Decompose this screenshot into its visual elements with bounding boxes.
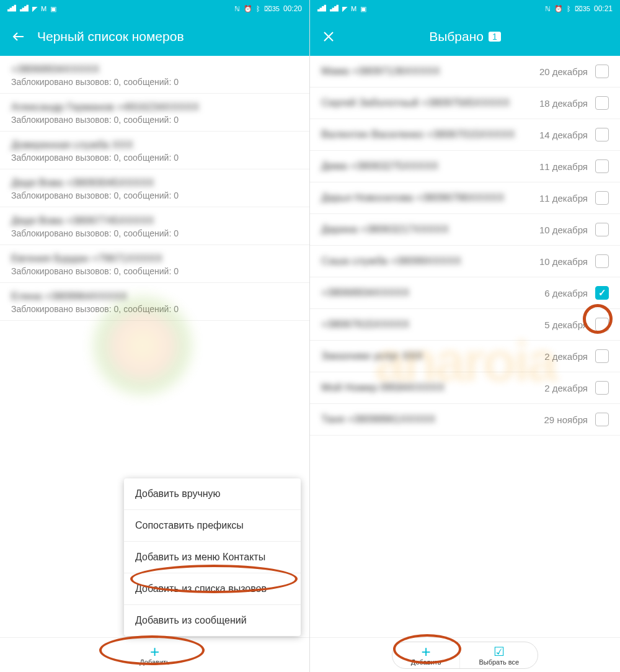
bluetooth-icon: ᛒ: [567, 5, 571, 12]
popup-item[interactable]: Сопоставить префиксы: [124, 510, 301, 542]
page-title: Выбрано: [429, 29, 484, 44]
close-icon[interactable]: [321, 29, 336, 44]
call-date: 2 декабря: [544, 383, 588, 393]
list-item[interactable]: Дарина +38063217XXXXX 10 декабря: [310, 214, 620, 246]
contact-name: Таня +38098961XXXXX: [321, 413, 544, 426]
contact-name: +38068934XXXXX: [11, 63, 298, 76]
blocked-info: Заблокировано вызовов: 0, сообщений: 0: [11, 266, 298, 276]
blocked-info: Заблокировано вызовов: 0, сообщений: 0: [11, 190, 298, 200]
blocked-info: Заблокировано вызовов: 0, сообщений: 0: [11, 228, 298, 238]
list-item[interactable]: Александр Германов +4916234XXXXX Заблоки…: [0, 94, 309, 132]
checkbox[interactable]: [595, 191, 609, 205]
list-item[interactable]: +38067615XXXXX 5 декабря: [310, 309, 620, 341]
checkbox[interactable]: [595, 286, 609, 300]
list-item[interactable]: Дядя Вова +38093045XXXXX Заблокировано в…: [0, 169, 309, 207]
add-label: Добавить: [411, 658, 441, 666]
checkbox[interactable]: [595, 223, 609, 236]
list-item[interactable]: Евгения Бурдан +79671XXXXX Заблокировано…: [0, 245, 309, 283]
sim-icon: ▣: [50, 5, 56, 13]
bottom-bar: + Добавить ☑ Выбрать все: [310, 637, 620, 672]
header: Выбрано 1: [310, 17, 620, 56]
bluetooth-icon: ᛒ: [256, 5, 260, 12]
battery-icon: ⌧35: [575, 5, 590, 13]
contact-name: Дима +38063275XXXXX: [321, 160, 539, 172]
mail-icon: M: [351, 5, 356, 12]
list-item[interactable]: Дядя Вова +38067745XXXXX Заблокировано в…: [0, 207, 309, 245]
blocked-info: Заблокировано вызовов: 0, сообщений: 0: [11, 115, 298, 125]
contact-name: Александр Германов +4916234XXXXX: [11, 101, 298, 114]
signal-icon: [7, 4, 16, 14]
alarm-icon: ⏰: [244, 5, 252, 13]
right-screenshot: anaroia ◤ M ▣ ℕ ⏰ ᛒ ⌧35 00:21 Выбрано: [310, 0, 620, 672]
alarm-icon: ⏰: [554, 5, 563, 13]
call-date: 11 декабря: [539, 193, 588, 204]
blocked-info: Заблокировано вызовов: 0, сообщений: 0: [11, 304, 298, 314]
sim-icon: ▣: [360, 5, 366, 13]
contact-name: Дарья Новоселова +38096796XXXXX: [321, 192, 539, 204]
list-item[interactable]: Елена +3809964XXXXX Заблокировано вызово…: [0, 283, 309, 321]
list-item[interactable]: Саша служба +38099XXXXX 10 декабря: [310, 246, 620, 277]
bottom-bar: + Добавить: [0, 637, 309, 672]
call-date: 11 декабря: [539, 161, 588, 172]
signal-icon: [20, 4, 29, 14]
list-item[interactable]: +38068934XXXXX 6 декабря: [310, 277, 620, 309]
list-item[interactable]: +38068934XXXXX Заблокировано вызовов: 0,…: [0, 56, 309, 94]
popup-item[interactable]: Добавить вручную: [124, 478, 301, 510]
blocked-info: Заблокировано вызовов: 0, сообщений: 0: [11, 153, 298, 163]
list-item[interactable]: Сергей Заболотный +38097565XXXXX 18 дека…: [310, 87, 620, 119]
list-item[interactable]: Таня +38098961XXXXX 29 ноября: [310, 404, 620, 436]
list-item[interactable]: Валентин Василенко +38067015XXXXX 14 дек…: [310, 119, 620, 151]
select-all-button[interactable]: ☑ Выбрать все: [460, 642, 538, 668]
plus-icon: +: [422, 645, 431, 658]
checkbox[interactable]: [595, 381, 609, 395]
clock: 00:20: [283, 4, 302, 13]
list-item[interactable]: Мама +38097136XXXXX 20 декабря: [310, 56, 620, 87]
contact-name: Евгения Бурдан +79671XXXXX: [11, 253, 298, 265]
list-item[interactable]: Мой Номер 09584XXXXX 2 декабря: [310, 372, 620, 404]
back-arrow-icon[interactable]: [11, 29, 26, 44]
popup-item[interactable]: Добавить из списка вызовов: [124, 573, 301, 605]
add-label: Добавить: [140, 658, 170, 666]
list-item[interactable]: Заказчики услуг XXX 2 декабря: [310, 341, 620, 372]
status-bar: ◤ M ▣ ℕ ⏰ ᛒ ⌧35 00:20: [0, 0, 309, 17]
call-date: 29 ноября: [544, 414, 588, 425]
checkbox[interactable]: [595, 318, 609, 331]
contact-name: Дарина +38063217XXXXX: [321, 223, 539, 236]
status-bar: ◤ M ▣ ℕ ⏰ ᛒ ⌧35 00:21: [310, 0, 620, 17]
calls-list: Мама +38097136XXXXX 20 декабря Сергей За…: [310, 56, 620, 436]
list-item[interactable]: Дима +38063275XXXXX 11 декабря: [310, 151, 620, 182]
checkbox[interactable]: [595, 159, 609, 173]
contact-name: +38067615XXXXX: [321, 318, 544, 331]
contact-name: Доверенная служба XXX: [11, 139, 298, 151]
add-popup: Добавить вручнуюСопоставить префиксыДоба…: [124, 478, 301, 636]
wifi-icon: ◤: [342, 5, 347, 13]
battery-icon: ⌧35: [264, 5, 280, 13]
add-button[interactable]: + Добавить: [126, 642, 184, 668]
call-date: 14 декабря: [539, 130, 588, 140]
list-item[interactable]: Доверенная служба XXX Заблокировано вызо…: [0, 132, 309, 169]
contact-name: Валентин Василенко +38067015XXXXX: [321, 128, 539, 141]
header: Черный список номеров: [0, 17, 309, 56]
left-screenshot: ◤ M ▣ ℕ ⏰ ᛒ ⌧35 00:20 Черный список номе…: [0, 0, 310, 672]
clock: 00:21: [594, 4, 613, 13]
call-date: 20 декабря: [539, 66, 588, 77]
signal-icon: [330, 4, 339, 14]
blocked-list: +38068934XXXXX Заблокировано вызовов: 0,…: [0, 56, 309, 321]
add-button[interactable]: + Добавить: [392, 642, 461, 668]
checkbox[interactable]: [595, 65, 609, 78]
checkbox[interactable]: [595, 96, 609, 110]
list-item[interactable]: Дарья Новоселова +38096796XXXXX 11 декаб…: [310, 182, 620, 214]
checkbox[interactable]: [595, 349, 609, 363]
nfc-icon: ℕ: [545, 5, 551, 13]
popup-item[interactable]: Добавить из сообщений: [124, 605, 301, 636]
checkbox[interactable]: [595, 128, 609, 141]
page-title: Черный список номеров: [37, 29, 184, 44]
plus-icon: +: [150, 645, 159, 658]
popup-item[interactable]: Добавить из меню Контакты: [124, 542, 301, 573]
blocked-info: Заблокировано вызовов: 0, сообщений: 0: [11, 77, 298, 87]
checkbox[interactable]: [595, 413, 609, 426]
checkbox[interactable]: [595, 254, 609, 268]
call-date: 5 декабря: [544, 320, 588, 330]
call-date: 18 декабря: [539, 98, 588, 109]
contact-name: +38068934XXXXX: [321, 287, 544, 299]
